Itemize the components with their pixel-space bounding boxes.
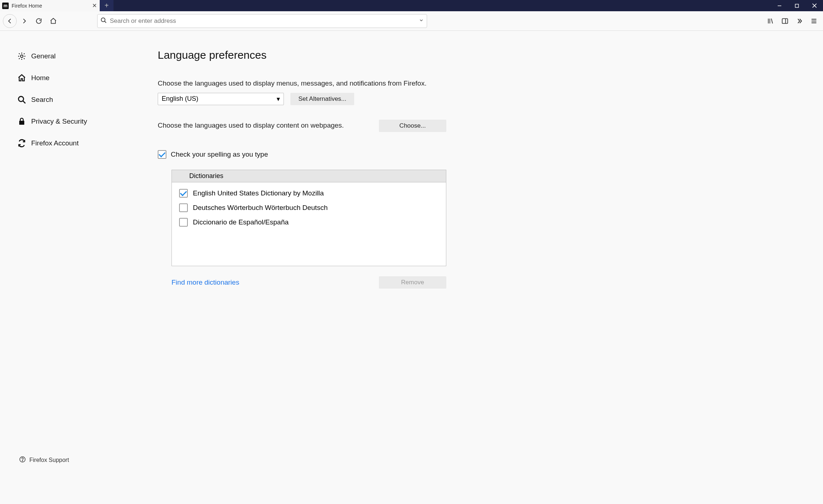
menu-icon[interactable] [808, 15, 820, 27]
dictionary-item[interactable]: Diccionario de Español/España [179, 215, 439, 230]
dictionary-checkbox[interactable] [179, 218, 188, 227]
dictionary-label: Deutsches Wörterbuch Wörterbuch Deutsch [193, 204, 328, 212]
caret-down-icon: ▾ [277, 95, 280, 103]
find-dictionaries-link[interactable]: Find more dictionaries [171, 278, 239, 286]
dictionary-checkbox[interactable] [179, 189, 188, 198]
remove-button[interactable]: Remove [379, 276, 446, 289]
sidebar-label: Home [31, 74, 50, 82]
toolbar [0, 11, 823, 31]
dictionaries-header: Dictionaries [172, 170, 446, 182]
spellcheck-checkbox[interactable] [158, 150, 166, 159]
forward-button[interactable] [17, 14, 31, 28]
dictionary-label: English United States Dictionary by Mozi… [193, 189, 324, 197]
dictionary-checkbox[interactable] [179, 203, 188, 212]
support-label: Firefox Support [29, 457, 69, 463]
tab-title: Firefox Home [12, 3, 89, 9]
search-icon [100, 17, 107, 25]
choose-button[interactable]: Choose... [379, 120, 446, 132]
sidebar-item-search[interactable]: Search [17, 89, 140, 111]
sidebar-label: General [31, 52, 56, 60]
close-window-button[interactable] [806, 0, 823, 11]
reload-button[interactable] [32, 14, 46, 28]
selected-language: English (US) [162, 95, 198, 103]
lock-icon [17, 117, 26, 126]
dictionary-item[interactable]: Deutsches Wörterbuch Wörterbuch Deutsch [179, 201, 439, 215]
svg-rect-9 [782, 18, 788, 23]
settings-sidebar: General Home Search Privacy & Security [0, 31, 147, 299]
description-content: Choose the languages used to display con… [158, 121, 344, 131]
svg-rect-17 [19, 121, 24, 125]
sidebar-item-account[interactable]: Firefox Account [17, 132, 140, 154]
new-tab-button[interactable]: + [100, 0, 113, 11]
chevron-down-icon[interactable] [419, 18, 424, 24]
address-bar[interactable] [97, 14, 427, 28]
support-link[interactable]: Firefox Support [19, 456, 69, 464]
dictionary-item[interactable]: English United States Dictionary by Mozi… [179, 186, 439, 201]
main-pane: Language preferences Choose the language… [147, 31, 462, 299]
sidebar-icon[interactable] [779, 15, 791, 27]
browser-tab[interactable]: m Firefox Home ✕ [0, 0, 100, 11]
sidebar-label: Search [31, 96, 53, 104]
description-menus: Choose the languages used to display men… [158, 79, 446, 88]
library-icon[interactable] [764, 15, 777, 27]
home-button[interactable] [46, 14, 60, 28]
help-icon [19, 456, 26, 464]
set-alternatives-button[interactable]: Set Alternatives... [290, 93, 354, 105]
tab-favicon: m [2, 3, 9, 9]
maximize-button[interactable] [788, 0, 806, 11]
sidebar-item-privacy[interactable]: Privacy & Security [17, 111, 140, 132]
sidebar-item-home[interactable]: Home [17, 67, 140, 89]
spellcheck-label: Check your spelling as you type [171, 150, 268, 158]
svg-point-15 [18, 96, 24, 102]
dictionaries-list: Dictionaries English United States Dicti… [171, 170, 446, 266]
minimize-button[interactable] [771, 0, 788, 11]
sidebar-label: Firefox Account [31, 139, 79, 147]
svg-point-14 [21, 55, 23, 58]
back-button[interactable] [3, 14, 17, 28]
title-bar: m Firefox Home ✕ + [0, 0, 823, 11]
svg-line-8 [772, 18, 773, 23]
page-title: Language preferences [158, 49, 446, 61]
svg-point-19 [22, 460, 23, 461]
search-icon [17, 95, 26, 104]
svg-line-16 [23, 101, 25, 103]
svg-rect-1 [795, 4, 799, 7]
sidebar-label: Privacy & Security [31, 117, 87, 125]
dictionary-label: Diccionario de Español/España [193, 218, 289, 226]
sidebar-item-general[interactable]: General [17, 45, 140, 67]
overflow-icon[interactable] [793, 15, 806, 27]
address-input[interactable] [110, 17, 419, 25]
close-tab-icon[interactable]: ✕ [92, 2, 97, 9]
home-icon [17, 74, 26, 82]
svg-line-5 [104, 21, 106, 23]
language-select[interactable]: English (US) ▾ [158, 93, 284, 105]
gear-icon [17, 52, 26, 61]
sync-icon [17, 139, 26, 148]
svg-point-4 [101, 18, 105, 22]
